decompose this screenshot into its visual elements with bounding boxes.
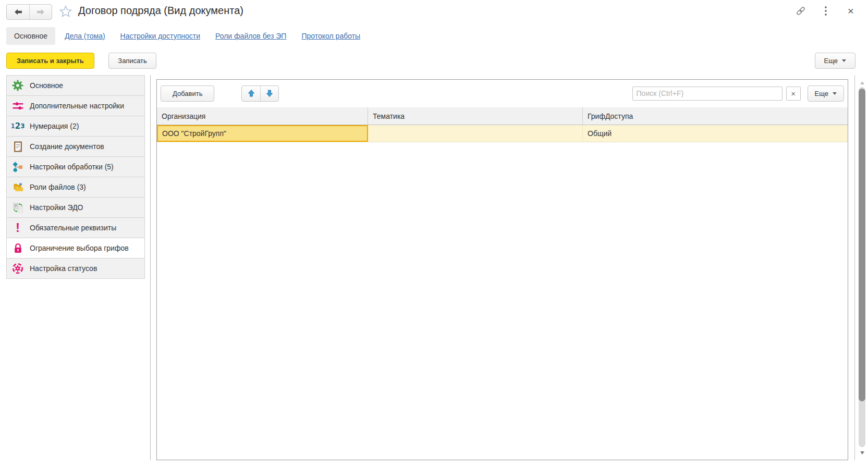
back-button[interactable]	[7, 5, 29, 19]
close-icon[interactable]: ×	[845, 5, 857, 17]
form-right-border	[854, 75, 855, 460]
tab-main[interactable]: Основное	[6, 27, 55, 45]
page-title: Договор подряда (Вид документа)	[78, 5, 243, 17]
sidebar-item-numbering[interactable]: 123 Нумерация (2)	[6, 116, 145, 137]
search-input[interactable]	[632, 87, 783, 101]
form-nav-tabs: Основное Дела (тома) Настройки доступнос…	[6, 26, 375, 45]
lock-icon	[11, 242, 24, 254]
sidebar-item-label: Дополнительные настройки	[30, 102, 124, 110]
sidebar-item-processing-settings[interactable]: Настройки обработки (5)	[6, 156, 145, 177]
grif-restriction-panel: Добавить × Еще Организация Тематика	[156, 79, 848, 460]
history-nav-group	[6, 4, 52, 20]
back-arrow-icon	[13, 6, 24, 18]
sliders-icon	[11, 100, 24, 112]
sidebar-item-label: Создание документов	[30, 142, 104, 151]
move-up-button[interactable]	[242, 86, 260, 101]
scrollbar-thumb[interactable]	[859, 89, 865, 401]
forward-button[interactable]	[29, 5, 52, 19]
flowchart-icon	[11, 161, 24, 173]
sidebar-item-label: Настройки обработки (5)	[30, 163, 114, 171]
forward-arrow-icon	[35, 6, 46, 18]
table-more-button[interactable]: Еще	[808, 85, 844, 102]
move-down-button[interactable]	[260, 86, 278, 101]
save-button[interactable]: Записать	[108, 53, 156, 69]
sidebar-item-status-settings[interactable]: Настройка статусов	[6, 258, 145, 279]
sidebar-item-label: Настройки ЭДО	[30, 203, 83, 212]
document-icon	[11, 140, 24, 153]
sidebar-item-label: Обязательные реквизиты	[30, 224, 116, 232]
kebab-menu-icon[interactable]	[820, 5, 832, 17]
favorite-star-icon[interactable]	[58, 4, 73, 19]
grif-table: Организация Тематика ГрифДоступа ООО "Ст…	[157, 107, 848, 142]
folders-icon	[11, 181, 24, 193]
settings-sidebar: Основное Дополнительные настройки 123 Ну…	[6, 75, 145, 279]
numbering-123-icon: 123	[11, 120, 24, 132]
search-clear-button[interactable]: ×	[786, 87, 801, 101]
exchange-docs-icon	[11, 201, 24, 214]
form-more-button[interactable]: Еще	[815, 53, 855, 69]
link-icon[interactable]	[795, 5, 806, 17]
status-gear-icon	[11, 262, 24, 275]
tab-link-cases[interactable]: Дела (тома)	[65, 32, 105, 40]
command-bar: Записать и закрыть Записать Еще	[6, 53, 862, 69]
gear-icon	[11, 79, 24, 92]
save-and-close-button[interactable]: Записать и закрыть	[6, 53, 94, 69]
table-row[interactable]: ООО "СтройГрупп" Общий	[157, 125, 848, 142]
sidebar-item-label: Роли файлов (3)	[30, 183, 86, 191]
clear-x-icon: ×	[791, 89, 796, 98]
scrollbar-down-arrow[interactable]	[860, 451, 864, 454]
column-header-organization[interactable]: Организация	[157, 107, 368, 125]
tab-link-availability-settings[interactable]: Настройки доступности	[120, 32, 200, 40]
chevron-down-icon	[842, 59, 846, 62]
exclamation-icon: !	[11, 222, 24, 234]
cell-theme[interactable]	[368, 125, 583, 142]
sidebar-item-document-creation[interactable]: Создание документов	[6, 136, 145, 157]
cell-grif[interactable]: Общий	[583, 125, 848, 142]
cell-organization-selected[interactable]: ООО "СтройГрупп"	[157, 125, 368, 142]
move-row-group	[241, 85, 279, 102]
sidebar-item-label: Ограничение выбора грифов	[30, 244, 129, 252]
sidebar-item-label: Нумерация (2)	[30, 122, 79, 130]
arrow-up-icon	[247, 89, 255, 97]
scrollbar-up-arrow[interactable]	[860, 81, 864, 84]
sidebar-item-main[interactable]: Основное	[6, 75, 145, 96]
add-button[interactable]: Добавить	[161, 85, 214, 102]
window-titlebar: Договор подряда (Вид документа) ×	[0, 0, 868, 24]
table-toolbar: Добавить × Еще	[157, 80, 848, 107]
arrow-down-icon	[265, 89, 274, 97]
document-kind-form: Договор подряда (Вид документа) × Основн…	[0, 0, 868, 467]
sidebar-item-label: Настройка статусов	[30, 264, 97, 273]
sidebar-item-file-roles[interactable]: Роли файлов (3)	[6, 177, 145, 198]
column-header-theme[interactable]: Тематика	[368, 107, 583, 125]
sidebar-item-required-attributes[interactable]: ! Обязательные реквизиты	[6, 217, 145, 238]
sidebar-item-edo-settings[interactable]: Настройки ЭДО	[6, 197, 145, 218]
chevron-down-icon	[833, 92, 837, 95]
tab-link-work-protocol[interactable]: Протокол работы	[301, 32, 360, 40]
column-header-grif[interactable]: ГрифДоступа	[583, 107, 848, 125]
table-header-row: Организация Тематика ГрифДоступа	[157, 107, 848, 125]
sidebar-item-additional-settings[interactable]: Дополнительные настройки	[6, 95, 145, 116]
sidebar-content-divider	[150, 75, 151, 460]
sidebar-item-label: Основное	[30, 81, 63, 90]
sidebar-item-grif-restriction[interactable]: Ограничение выбора грифов	[6, 238, 145, 259]
tab-link-file-roles-no-signature[interactable]: Роли файлов без ЭП	[215, 32, 286, 40]
